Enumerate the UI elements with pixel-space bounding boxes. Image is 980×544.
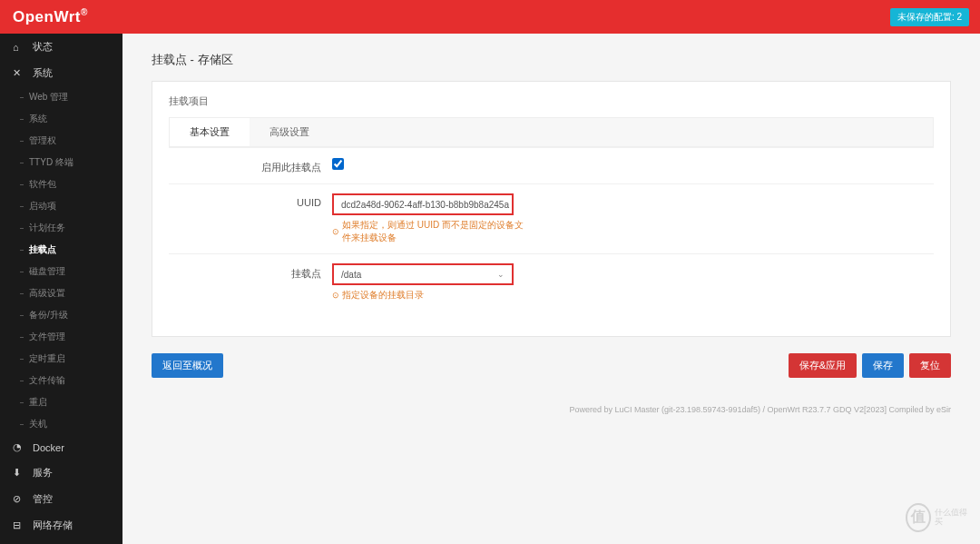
- save-button[interactable]: 保存: [862, 353, 904, 378]
- sidebar-sub-item[interactable]: 备份/升级: [0, 304, 122, 326]
- sidebar: ⌂状态 ✕系统 Web 管理系统管理权TTYD 终端软件包启动项计划任务挂载点磁…: [0, 34, 122, 544]
- sidebar-sub-item[interactable]: 管理权: [0, 130, 122, 152]
- tab-bar: 基本设置 高级设置: [169, 117, 934, 147]
- sidebar-sub-item[interactable]: 关机: [0, 413, 122, 435]
- sidebar-sub-item[interactable]: 计划任务: [0, 217, 122, 239]
- row-uuid: UUID dcd2a48d-9062-4aff-b130-b8bb9b8a245…: [169, 183, 934, 253]
- back-button[interactable]: 返回至概况: [152, 353, 223, 378]
- row-mount: 挂载点 /data ⌄ ⊙指定设备的挂载目录: [169, 253, 934, 311]
- sidebar-sub-item[interactable]: 软件包: [0, 173, 122, 195]
- mount-value: /data: [341, 270, 361, 280]
- docker-icon: ◔: [13, 441, 25, 453]
- nav-nas[interactable]: ⊟网络存储: [0, 512, 122, 539]
- nav-system[interactable]: ✕系统: [0, 60, 122, 86]
- footer-text: Powered by LuCI Master (git-23.198.59743…: [152, 405, 951, 414]
- home-icon: ⌂: [13, 42, 25, 53]
- sidebar-sub-item[interactable]: 磁盘管理: [0, 261, 122, 282]
- main-content: 挂载点 - 存储区 挂载项目 基本设置 高级设置 启用此挂载点 UUID dcd…: [122, 34, 980, 544]
- sidebar-sub-item[interactable]: 高级设置: [0, 282, 122, 304]
- row-enable: 启用此挂载点: [169, 147, 934, 183]
- info-icon: ⊙: [332, 227, 339, 236]
- mount-config-box: 挂载项目 基本设置 高级设置 启用此挂载点 UUID dcd2a48d-9062…: [152, 81, 951, 337]
- sidebar-sub-item[interactable]: Web 管理: [0, 86, 122, 108]
- info-icon: ⊙: [332, 291, 339, 300]
- mount-label: 挂载点: [169, 263, 332, 281]
- app-header: OpenWrt® 未保存的配置: 2: [0, 0, 980, 34]
- nav-control[interactable]: ⊘管控: [0, 486, 122, 512]
- page-title: 挂载点 - 存储区: [152, 52, 951, 68]
- sidebar-sub-item[interactable]: TTYD 终端: [0, 152, 122, 173]
- sidebar-sub-item[interactable]: 挂载点: [0, 239, 122, 261]
- download-icon: ⬇: [13, 467, 25, 479]
- watermark-icon: 值: [906, 503, 931, 532]
- action-bar: 返回至概况 保存&应用 保存 复位: [152, 353, 951, 378]
- save-apply-button[interactable]: 保存&应用: [789, 353, 857, 378]
- mount-hint: ⊙指定设备的挂载目录: [332, 289, 532, 302]
- wrench-icon: ✕: [13, 67, 25, 79]
- nav-services[interactable]: ⬇服务: [0, 460, 122, 486]
- watermark: 值 什么值得买: [906, 501, 969, 533]
- sidebar-sub-item[interactable]: 重启: [0, 391, 122, 413]
- uuid-label: UUID: [169, 193, 332, 208]
- mount-select[interactable]: /data ⌄: [332, 263, 514, 285]
- enable-checkbox[interactable]: [332, 158, 344, 170]
- unsaved-changes-badge[interactable]: 未保存的配置: 2: [890, 8, 969, 26]
- nav-status[interactable]: ⌂状态: [0, 34, 122, 60]
- sidebar-sub-item[interactable]: 文件传输: [0, 370, 122, 391]
- box-title: 挂载项目: [169, 94, 934, 108]
- uuid-value: dcd2a48d-9062-4aff-b130-b8bb9b8a245a (/d…: [341, 200, 514, 210]
- uuid-select[interactable]: dcd2a48d-9062-4aff-b130-b8bb9b8a245a (/d…: [332, 193, 514, 215]
- sidebar-sub-item[interactable]: 定时重启: [0, 348, 122, 370]
- brand-logo: OpenWrt®: [13, 7, 88, 26]
- sidebar-sub-item[interactable]: 启动项: [0, 195, 122, 217]
- shield-icon: ⊘: [13, 493, 25, 505]
- tab-basic[interactable]: 基本设置: [170, 118, 250, 146]
- storage-icon: ⊟: [13, 519, 25, 531]
- reset-button[interactable]: 复位: [909, 353, 951, 378]
- enable-label: 启用此挂载点: [169, 157, 332, 174]
- watermark-label: 什么值得买: [935, 509, 969, 527]
- sidebar-sub-item[interactable]: 系统: [0, 108, 122, 130]
- nav-vpn[interactable]: ≡VPN: [0, 539, 122, 544]
- nav-docker[interactable]: ◔Docker: [0, 435, 122, 460]
- sidebar-sub-item[interactable]: 文件管理: [0, 326, 122, 348]
- tab-advanced[interactable]: 高级设置: [250, 118, 329, 146]
- chevron-down-icon: ⌄: [497, 270, 505, 279]
- uuid-hint: ⊙如果指定，则通过 UUID 而不是固定的设备文件来挂载设备: [332, 219, 532, 244]
